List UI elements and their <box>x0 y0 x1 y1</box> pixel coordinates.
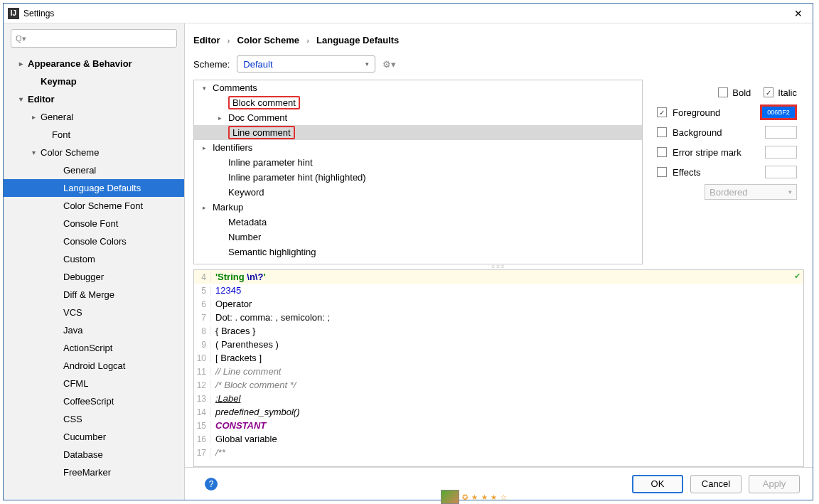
code-text: 12345 <box>215 285 241 296</box>
sidebar-item[interactable]: ▸Appearance & Behavior <box>4 55 184 73</box>
tree-item[interactable]: ▸Markup <box>194 200 642 215</box>
line-number: 10 <box>194 353 211 363</box>
error-stripe-label: Error stripe mark <box>673 147 759 158</box>
sidebar-item[interactable]: VCS <box>4 304 184 321</box>
sidebar-item[interactable]: Diff & Merge <box>4 286 184 304</box>
resize-grip[interactable]: ≡≡≡ <box>185 264 813 269</box>
bold-checkbox[interactable] <box>718 87 728 97</box>
avatar <box>441 490 459 504</box>
sidebar-item[interactable]: General <box>4 161 184 179</box>
mid-row: ▾CommentsBlock comment▸Doc CommentLine c… <box>185 80 813 264</box>
sidebar-item[interactable]: FreeMarker <box>4 463 184 481</box>
tree-item[interactable]: ▾Comments <box>194 80 642 95</box>
error-stripe-checkbox[interactable] <box>657 147 667 157</box>
avatar-strip: ✪ ★ ★ ★ ☆ <box>441 490 508 504</box>
sidebar-item-label: Database <box>63 449 103 460</box>
chevron-icon: ▾ <box>203 85 213 92</box>
foreground-label: Foreground <box>673 107 754 118</box>
background-swatch[interactable] <box>765 126 797 139</box>
foreground-swatch[interactable]: 006BF2 <box>760 104 797 120</box>
sidebar-item-label: Keymap <box>41 76 77 87</box>
tree-item[interactable]: Inline parameter hint (highlighted) <box>194 170 642 185</box>
sidebar-item-label: CFML <box>63 378 88 389</box>
code-text: CONSTANT <box>215 420 266 431</box>
sidebar-item[interactable]: ▾Color Scheme <box>4 144 184 161</box>
effects-swatch[interactable] <box>765 166 797 178</box>
line-number: 8 <box>194 326 211 336</box>
code-text: Dot: . comma: , semicolon: ; <box>215 312 330 323</box>
effects-type-select[interactable]: Bordered ▾ <box>705 184 797 200</box>
tree-item-label: Inline parameter hint <box>228 157 313 168</box>
sidebar-item[interactable]: CSS <box>4 410 184 428</box>
code-line: 6Operator <box>194 297 803 311</box>
sidebar-item-label: Custom <box>63 254 95 264</box>
scheme-select[interactable]: Default ▾ <box>237 55 375 73</box>
tree-item[interactable]: Keyword <box>194 185 642 200</box>
line-number: 7 <box>194 313 211 323</box>
sidebar-item-label: Appearance & Behavior <box>28 58 132 69</box>
sidebar-item[interactable]: Keymap <box>4 73 184 90</box>
tree-item-label: Comments <box>213 82 257 93</box>
sidebar-item[interactable]: Color Scheme Font <box>4 197 184 215</box>
sidebar-item-label: General <box>41 112 73 122</box>
code-line: 10[ Brackets ] <box>194 351 803 365</box>
sidebar-item[interactable]: Java <box>4 321 184 339</box>
close-icon[interactable]: ✕ <box>788 8 808 19</box>
code-line: 16Global variable <box>194 432 803 446</box>
line-number: 12 <box>194 380 211 390</box>
sidebar-item[interactable]: Custom <box>4 250 184 268</box>
apply-button[interactable]: Apply <box>749 475 800 493</box>
ok-button[interactable]: OK <box>632 475 683 493</box>
chevron-down-icon: ▾ <box>788 188 792 195</box>
background-label: Background <box>673 127 759 138</box>
attr-panel: Bold Italic Foreground 006BF2 Background <box>657 80 804 264</box>
foreground-checkbox[interactable] <box>657 107 667 117</box>
tree-item-label: Keyword <box>228 187 264 198</box>
background-checkbox[interactable] <box>657 127 667 137</box>
code-text: [ Brackets ] <box>215 353 262 363</box>
sidebar-item[interactable]: Console Colors <box>4 232 184 250</box>
sidebar-item[interactable]: Console Font <box>4 215 184 232</box>
tree-item[interactable]: ▸Doc Comment <box>194 110 642 125</box>
bold-label: Bold <box>732 87 751 98</box>
cancel-button[interactable]: Cancel <box>690 475 742 493</box>
tree-item[interactable]: Number <box>194 230 642 245</box>
window-title: Settings <box>23 9 788 18</box>
italic-checkbox[interactable] <box>764 87 774 97</box>
code-text: /** <box>215 447 225 458</box>
chevron-icon: ▾ <box>19 95 28 103</box>
tree-item-label: Line comment <box>228 127 295 138</box>
sidebar-item[interactable]: Debugger <box>4 268 184 286</box>
effects-checkbox[interactable] <box>657 167 667 177</box>
help-icon[interactable]: ? <box>205 478 218 490</box>
sidebar-item[interactable]: Font <box>4 126 184 144</box>
sidebar-item[interactable]: Database <box>4 446 184 463</box>
sidebar-item[interactable]: ▾Editor <box>4 90 184 108</box>
tree-item[interactable]: ▸Identifiers <box>194 140 642 155</box>
line-number: 9 <box>194 340 211 350</box>
sidebar-item[interactable]: Language Defaults <box>4 179 184 197</box>
code-line: 512345 <box>194 284 803 297</box>
sidebar-item[interactable]: CFML <box>4 375 184 392</box>
tree-item[interactable]: Block comment <box>194 95 642 110</box>
gear-icon[interactable]: ⚙▾ <box>382 59 396 70</box>
sidebar-item[interactable]: CoffeeScript <box>4 392 184 410</box>
sidebar-item[interactable]: Cucumber <box>4 428 184 446</box>
code-text: predefined_symbol() <box>215 407 300 417</box>
sidebar-item-label: Editor <box>28 94 55 104</box>
code-line: 17/** <box>194 446 803 459</box>
breadcrumb: Editor › Color Scheme › Language Default… <box>185 23 813 51</box>
italic-label: Italic <box>778 87 797 98</box>
sidebar-item-label: Color Scheme <box>41 147 99 158</box>
tree-item[interactable]: Inline parameter hint <box>194 155 642 170</box>
tree-item[interactable]: Metadata <box>194 215 642 230</box>
code-text: { Braces } <box>215 326 255 336</box>
sidebar-item[interactable]: ActionScript <box>4 339 184 357</box>
sidebar-item[interactable]: Android Logcat <box>4 357 184 375</box>
search-input[interactable]: Q▾ <box>11 29 177 48</box>
sidebar-item-label: Android Logcat <box>63 360 125 371</box>
sidebar-item[interactable]: ▸General <box>4 108 184 126</box>
error-stripe-swatch[interactable] <box>765 146 797 159</box>
tree-item[interactable]: Line comment <box>194 125 642 140</box>
tree-item[interactable]: Semantic highlighting <box>194 245 642 259</box>
